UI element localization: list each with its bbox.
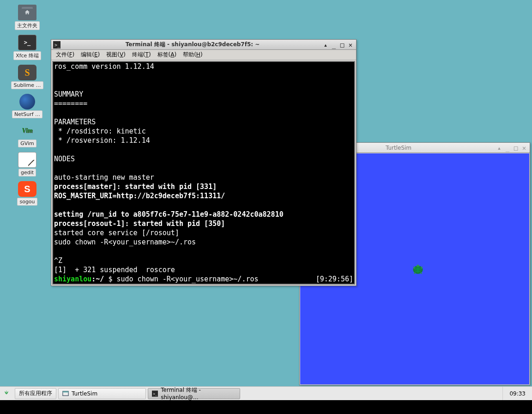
- icon-label: Xfce 终端: [13, 51, 41, 60]
- titlebar[interactable]: >_ Terminal 终端 - shiyanlou@b2c9deceb7f5:…: [51, 40, 356, 50]
- task-label: Terminal 终端 - shiyanlou@…: [161, 386, 236, 401]
- icon-label: NetSurf …: [12, 110, 42, 118]
- icon-label: gedit: [18, 169, 36, 177]
- terminal-appicon: >_: [53, 41, 60, 49]
- maximize-button[interactable]: □: [339, 42, 346, 48]
- launcher-icon[interactable]: [0, 387, 13, 400]
- svg-text:>_: >_: [54, 43, 60, 48]
- window-icon: [62, 390, 69, 397]
- icon-xfce-terminal[interactable]: Xfce 终端: [9, 35, 45, 60]
- minimize-button[interactable]: _: [504, 145, 511, 151]
- gedit-icon: [18, 152, 36, 168]
- terminal-output[interactable]: ros_comm version 1.12.14 SUMMARY========…: [53, 62, 354, 284]
- task-label: TurtleSim: [72, 390, 97, 397]
- terminal-window[interactable]: >_ Terminal 终端 - shiyanlou@b2c9deceb7f5:…: [51, 39, 357, 286]
- taskbar-clock[interactable]: 09:33: [502, 387, 532, 401]
- desktop-icons: 主文件夹 Xfce 终端 Sublime … NetSurf … GVim ge…: [9, 5, 45, 206]
- minimize-button[interactable]: _: [330, 42, 338, 48]
- icon-gvim[interactable]: GVim: [9, 123, 45, 147]
- window-title: Terminal 终端 - shiyanlou@b2c9deceb7f5: ~: [63, 41, 322, 49]
- terminal-menubar: 文件(F) 编辑(E) 视图(V) 终端(T) 标签(A) 帮助(H): [51, 50, 356, 60]
- icon-netsurf[interactable]: NetSurf …: [9, 94, 45, 118]
- icon-label: GVim: [18, 140, 36, 147]
- shade-button[interactable]: ▴: [322, 42, 329, 48]
- icon-gedit[interactable]: gedit: [9, 152, 45, 177]
- gvim-icon: [18, 123, 36, 139]
- turtle-icon: [410, 262, 426, 276]
- applications-menu-label: 所有应用程序: [19, 390, 52, 397]
- window-controls: ▴ _ □ ✕: [496, 145, 528, 151]
- menu-tabs[interactable]: 标签(A): [157, 51, 177, 59]
- menu-term[interactable]: 终端(T): [132, 51, 151, 59]
- svg-marker-1: [416, 264, 420, 267]
- sublime-icon: [18, 65, 36, 80]
- folder-icon: [18, 5, 36, 20]
- taskbar: 所有应用程序 TurtleSim >_ Terminal 终端 - shiyan…: [0, 386, 532, 400]
- menu-edit[interactable]: 编辑(E): [81, 51, 100, 59]
- applications-menu[interactable]: 所有应用程序: [15, 388, 56, 399]
- terminal-icon: [18, 35, 36, 50]
- icon-label: Sublime …: [11, 81, 43, 89]
- icon-sogou[interactable]: sogou: [9, 181, 45, 206]
- menu-file[interactable]: 文件(F): [56, 51, 74, 59]
- bottom-strip: [0, 400, 532, 414]
- close-button[interactable]: ✕: [347, 42, 354, 48]
- svg-rect-9: [63, 391, 68, 392]
- task-turtlesim[interactable]: TurtleSim: [58, 388, 146, 399]
- icon-sublime[interactable]: Sublime …: [9, 65, 45, 89]
- sogou-icon: [18, 181, 36, 197]
- icon-label: 主文件夹: [15, 21, 40, 30]
- terminal-icon: >_: [152, 390, 158, 397]
- menu-view[interactable]: 视图(V): [106, 51, 126, 59]
- shade-button[interactable]: ▴: [496, 145, 503, 151]
- close-button[interactable]: ✕: [520, 145, 528, 151]
- task-terminal[interactable]: >_ Terminal 终端 - shiyanlou@…: [148, 388, 240, 399]
- netsurf-icon: [19, 94, 35, 110]
- icon-home-folder[interactable]: 主文件夹: [9, 5, 45, 30]
- icon-label: sogou: [17, 198, 37, 206]
- maximize-button[interactable]: □: [512, 145, 520, 151]
- window-controls: ▴ _ □ ✕: [322, 42, 354, 48]
- menu-help[interactable]: 帮助(H): [183, 51, 202, 59]
- svg-text:>_: >_: [153, 392, 157, 396]
